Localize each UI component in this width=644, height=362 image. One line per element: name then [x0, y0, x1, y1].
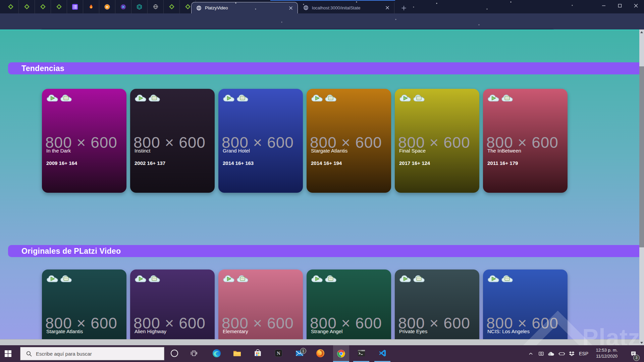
taskbar-app-cmd[interactable] [353, 345, 369, 361]
card-row-originales: 800 × 600 Stargate Atlantis 800 × 600 Al… [42, 269, 568, 345]
card-meta: 2014 16+ 163 [223, 160, 254, 166]
pinned-tab-globe-dark[interactable] [148, 0, 164, 13]
video-card[interactable]: 800 × 600 Private Eyes [395, 269, 479, 345]
start-button[interactable] [4, 350, 12, 357]
play-cloud-icon[interactable] [47, 274, 58, 284]
card-title: Stargate Atlantis [46, 328, 83, 334]
play-cloud-icon[interactable] [135, 94, 146, 104]
tape-cloud-icon[interactable] [501, 94, 513, 104]
tape-cloud-icon[interactable] [149, 274, 160, 284]
pinned-tab-code-diamond[interactable] [164, 0, 180, 13]
taskbar-app-mail[interactable]: 1 [291, 345, 308, 361]
notification-center-icon[interactable]: 3 [627, 345, 640, 362]
pinned-tab-bitcoin[interactable]: B [99, 0, 115, 13]
card-title: Alien Highway [135, 328, 166, 334]
play-cloud-icon[interactable] [399, 274, 411, 284]
section-header-originales: Originales de PLatzi Video [8, 245, 644, 257]
play-cloud-icon[interactable] [135, 274, 146, 284]
pinned-tab-code-diamond[interactable] [19, 0, 35, 13]
tape-cloud-icon[interactable] [501, 274, 513, 284]
taskbar-app-firefox[interactable] [312, 345, 328, 361]
card-title: NCIS: Los Angeles [487, 328, 530, 334]
tape-cloud-icon[interactable] [60, 274, 72, 284]
tray-onedrive-icon[interactable] [546, 345, 556, 362]
close-icon[interactable] [385, 5, 390, 10]
close-window-button[interactable] [628, 0, 644, 11]
play-cloud-icon[interactable] [399, 94, 411, 104]
pinned-tab-code-diamond[interactable] [3, 0, 19, 13]
taskbar-app-edge[interactable] [209, 345, 225, 361]
tape-cloud-icon[interactable] [237, 94, 248, 104]
play-cloud-icon[interactable] [488, 94, 499, 104]
pinned-tab-code-diamond[interactable] [51, 0, 67, 13]
tape-cloud-icon[interactable] [413, 94, 425, 104]
play-cloud-icon[interactable] [311, 274, 323, 284]
scrollbar-thumb[interactable] [639, 66, 644, 247]
play-cloud-icon[interactable] [223, 274, 234, 284]
svg-text:B: B [106, 5, 108, 9]
scroll-down-button[interactable] [639, 340, 644, 345]
card-action-icons [399, 94, 425, 104]
card-title: Stargate Atlantis [311, 148, 347, 154]
tray-chevron-up-icon[interactable] [526, 345, 536, 362]
taskbar-app-cortana[interactable] [166, 345, 182, 361]
play-cloud-icon[interactable] [47, 94, 58, 104]
tray-dropbox-icon[interactable] [567, 345, 577, 362]
video-card[interactable]: 800 × 600 Alien Highway [130, 269, 215, 345]
x-circle-icon [120, 4, 126, 10]
tab-localhost-3000[interactable]: localhost:3000/initalState [299, 2, 394, 13]
pinned-tab-list[interactable] [67, 0, 83, 13]
pinned-tab-code-diamond[interactable] [35, 0, 51, 13]
card-title: Strange Angel [311, 328, 342, 334]
tape-cloud-icon[interactable] [413, 274, 425, 284]
vertical-scrollbar[interactable] [639, 29, 644, 345]
taskbar-app-vscode[interactable] [374, 345, 390, 361]
code-diamond-icon [40, 4, 46, 10]
notification-badge: 3 [633, 355, 640, 361]
pinned-tab-fire[interactable] [83, 0, 99, 13]
pinned-tab-hexagon[interactable] [131, 0, 148, 13]
tape-cloud-icon[interactable] [325, 274, 336, 284]
play-cloud-icon[interactable] [223, 94, 234, 104]
video-card[interactable]: 800 × 600 Elementary [218, 269, 303, 345]
video-card[interactable]: 800 × 600 Stargate Atlantis 2014 16+ 194 [307, 89, 391, 193]
pinned-tab-x-circle[interactable] [115, 0, 131, 13]
taskbar-app-store[interactable] [250, 345, 266, 361]
globe-dark-icon [153, 4, 158, 9]
tape-cloud-icon[interactable] [237, 274, 248, 284]
svg-text:N: N [277, 351, 280, 356]
tray-cast-icon[interactable] [536, 345, 546, 362]
new-tab-button[interactable] [400, 4, 408, 12]
taskbar-app-notepad[interactable]: N [270, 345, 286, 361]
tape-cloud-icon[interactable] [60, 94, 72, 104]
taskbar-app-taskview[interactable] [186, 345, 202, 361]
scroll-up-button[interactable] [639, 29, 644, 35]
video-card[interactable]: 800 × 600 Final Space 2017 16+ 124 [395, 89, 479, 193]
card-action-icons [311, 274, 336, 284]
play-cloud-icon[interactable] [311, 94, 323, 104]
tab-platzyvideo[interactable]: PlatzyVideo [191, 2, 298, 13]
video-card[interactable]: 800 × 600 The InBetween 2011 16+ 179 [483, 89, 568, 193]
play-cloud-icon[interactable] [488, 274, 499, 284]
taskbar-search-input[interactable]: Escribe aquí para buscar [20, 347, 164, 360]
taskbar-app-explorer[interactable] [229, 345, 245, 361]
video-card[interactable]: 800 × 600 Stargate Atlantis [42, 269, 126, 345]
tab-title: PlatzyVideo [205, 5, 288, 10]
list-icon [72, 4, 78, 10]
video-card[interactable]: 800 × 600 Grand Hotel 2014 16+ 163 [218, 89, 303, 193]
minimize-button[interactable] [596, 0, 612, 11]
card-action-icons [135, 274, 160, 284]
maximize-button[interactable] [612, 0, 628, 11]
video-card[interactable]: 800 × 600 Strange Angel [307, 269, 391, 345]
video-card[interactable]: 800 × 600 Instinct 2002 16+ 137 [130, 89, 215, 193]
globe-icon [196, 5, 202, 11]
taskbar-app-chrome[interactable] [333, 345, 349, 362]
tray-battery-icon[interactable] [556, 345, 567, 362]
platzi-watermark-text: Platzi [582, 324, 644, 345]
tray-clock[interactable]: 12:53 p. m. 11/12/2020 [588, 347, 626, 359]
close-icon[interactable] [288, 5, 293, 11]
video-card[interactable]: 800 × 600 In the Dark 2009 16+ 164 [42, 89, 126, 193]
mail-badge: 1 [300, 348, 306, 354]
tape-cloud-icon[interactable] [325, 94, 336, 104]
tape-cloud-icon[interactable] [149, 94, 160, 104]
